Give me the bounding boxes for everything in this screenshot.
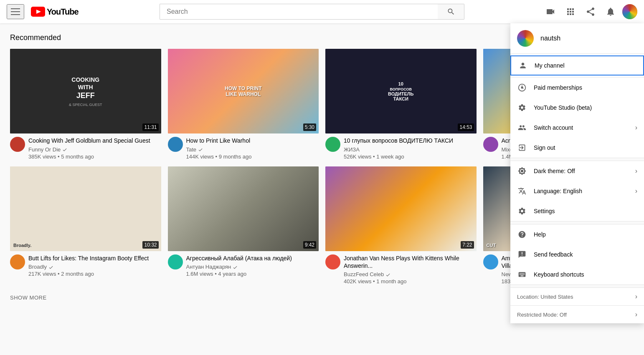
- section-divider-3: [510, 285, 644, 288]
- video-stats: 1.6M views • 4 years ago: [186, 271, 292, 277]
- youtube-studio-item[interactable]: YouTube Studio (beta): [510, 98, 644, 118]
- bell-icon: [606, 7, 616, 17]
- video-stats: 402K views • 1 month ago: [344, 278, 477, 285]
- video-info: 10 глупых вопросов ВОДИТЕЛЮ ТАКСИ ЖИЗА 5…: [325, 137, 477, 159]
- thumbnail[interactable]: 9:42: [168, 166, 319, 251]
- youtube-studio-label: YouTube Studio (beta): [534, 104, 637, 111]
- paid-memberships-item[interactable]: Paid memberships: [510, 78, 644, 98]
- logo-text: YouTube: [47, 7, 79, 17]
- video-card[interactable]: Broadly. 10:32 Butt Lifts for Likes: The…: [10, 166, 161, 285]
- video-info: How to Print Like Warhol Tate 144K views…: [168, 137, 319, 159]
- dark-theme-item[interactable]: Dark theme: Off ›: [510, 161, 644, 181]
- menu-avatar: [517, 30, 534, 47]
- location-arrow: ›: [635, 293, 637, 300]
- channel-avatar: [168, 254, 183, 269]
- thumbnail-image: 10ВОПРОСОВВОДИТЕЛЬТАКСИ: [325, 49, 477, 133]
- apps-button[interactable]: [562, 3, 579, 20]
- switch-account-item[interactable]: Switch account ›: [510, 118, 644, 138]
- studio-icon: [517, 103, 527, 113]
- avatar-button[interactable]: [622, 4, 637, 19]
- video-title: Butt Lifts for Likes: The Instagram Boot…: [28, 254, 149, 262]
- dark-theme-icon: [517, 166, 527, 176]
- video-card[interactable]: COOKINGWITHJEFF & SPECIAL GUEST 11:31 Co…: [10, 49, 161, 160]
- video-info: Jonathan Van Ness Plays With Kittens Whi…: [325, 254, 477, 285]
- video-meta: Butt Lifts for Likes: The Instagram Boot…: [28, 254, 149, 277]
- send-feedback-item[interactable]: Send feedback: [510, 244, 644, 264]
- channel-avatar: [483, 137, 498, 152]
- video-card[interactable]: 10ВОПРОСОВВОДИТЕЛЬТАКСИ 14:53 10 глупых …: [325, 49, 477, 160]
- video-title: Jonathan Van Ness Plays With Kittens Whi…: [344, 254, 477, 269]
- channel-name: ЖИЗА: [344, 146, 453, 153]
- switch-account-arrow: ›: [635, 124, 637, 131]
- video-title: Агрессивный Алабай (Атака на людей): [186, 254, 292, 262]
- video-duration: 14:53: [458, 123, 474, 131]
- thumbnail[interactable]: 7:22: [325, 166, 477, 251]
- help-item[interactable]: Help: [510, 224, 644, 244]
- switch-account-label: Switch account: [534, 124, 629, 131]
- video-card[interactable]: 9:42 Агрессивный Алабай (Атака на людей)…: [168, 166, 319, 285]
- sign-out-icon: [517, 143, 527, 153]
- youtube-logo[interactable]: YouTube: [31, 7, 79, 17]
- settings-icon: [517, 206, 527, 216]
- dropdown-menu: nautsh My channel Paid memberships YouTu…: [510, 23, 644, 311]
- dark-theme-label: Dark theme: Off: [534, 168, 629, 174]
- search-input[interactable]: [160, 4, 438, 20]
- video-card[interactable]: 7:22 Jonathan Van Ness Plays With Kitten…: [325, 166, 477, 285]
- thumbnail-image: [168, 166, 319, 251]
- hamburger-button[interactable]: [7, 4, 24, 19]
- help-label: Help: [534, 231, 637, 238]
- keyboard-shortcuts-item[interactable]: Keyboard shortcuts: [510, 264, 644, 285]
- notifications-button[interactable]: [602, 3, 619, 20]
- restricted-mode-item[interactable]: Restricted Mode: Off ›: [510, 306, 644, 311]
- header: YouTube: [0, 0, 644, 23]
- send-feedback-label: Send feedback: [534, 251, 637, 258]
- paid-memberships-label: Paid memberships: [534, 84, 637, 91]
- thumbnail[interactable]: HOW TO PRINTLIKE WARHOL 5:30: [168, 49, 319, 133]
- channel-name: BuzzFeed Celeb: [344, 271, 477, 277]
- video-stats: 526K views • 1 week ago: [344, 154, 453, 160]
- search-bar: [160, 4, 464, 20]
- location-label: Location: United States: [517, 294, 573, 300]
- thumbnail[interactable]: 10ВОПРОСОВВОДИТЕЛЬТАКСИ 14:53: [325, 49, 477, 133]
- video-stats: 144K views • 9 months ago: [186, 154, 252, 160]
- my-channel-item[interactable]: My channel: [510, 55, 644, 76]
- feedback-icon: [517, 249, 527, 259]
- video-card[interactable]: HOW TO PRINTLIKE WARHOL 5:30 How to Prin…: [168, 49, 319, 160]
- youtube-logo-icon: [31, 7, 45, 17]
- help-icon: [517, 229, 527, 239]
- location-item[interactable]: Location: United States ›: [510, 288, 644, 305]
- video-info: Butt Lifts for Likes: The Instagram Boot…: [10, 254, 161, 277]
- sign-out-item[interactable]: Sign out: [510, 138, 644, 158]
- video-info: Агрессивный Алабай (Атака на людей) Анту…: [168, 254, 319, 277]
- video-duration: 11:31: [142, 123, 158, 131]
- video-title: How to Print Like Warhol: [186, 137, 252, 144]
- channel-avatar: [483, 254, 498, 269]
- language-arrow: ›: [635, 187, 637, 195]
- svg-point-3: [521, 87, 523, 89]
- share-button[interactable]: [582, 3, 599, 20]
- channel-avatar: [10, 254, 25, 269]
- settings-label: Settings: [534, 208, 637, 214]
- video-meta: Jonathan Van Ness Plays With Kittens Whi…: [344, 254, 477, 285]
- keyboard-icon: [517, 269, 527, 279]
- apps-icon: [565, 7, 576, 17]
- settings-item[interactable]: Settings: [510, 201, 644, 221]
- language-item[interactable]: Language: English ›: [510, 181, 644, 201]
- channel-avatar: [325, 137, 340, 152]
- thumbnail[interactable]: COOKINGWITHJEFF & SPECIAL GUEST 11:31: [10, 49, 161, 133]
- thumbnail[interactable]: Broadly. 10:32: [10, 166, 161, 251]
- keyboard-shortcuts-label: Keyboard shortcuts: [534, 271, 637, 278]
- search-button[interactable]: [438, 4, 464, 20]
- verified-icon: [62, 147, 67, 152]
- verified-icon: [48, 265, 53, 270]
- verified-icon: [198, 147, 203, 152]
- person-icon: [518, 60, 528, 70]
- video-title: 10 глупых вопросов ВОДИТЕЛЮ ТАКСИ: [344, 137, 453, 144]
- video-stats: 385K views • 5 months ago: [28, 154, 150, 160]
- thumbnail-image: COOKINGWITHJEFF & SPECIAL GUEST: [10, 49, 161, 133]
- video-title: Cooking With Jeff Goldblum and Special G…: [28, 137, 150, 144]
- upload-button[interactable]: [542, 3, 559, 20]
- divider-1: [510, 53, 644, 54]
- channel-name: Tate: [186, 146, 252, 153]
- search-icon: [447, 8, 455, 16]
